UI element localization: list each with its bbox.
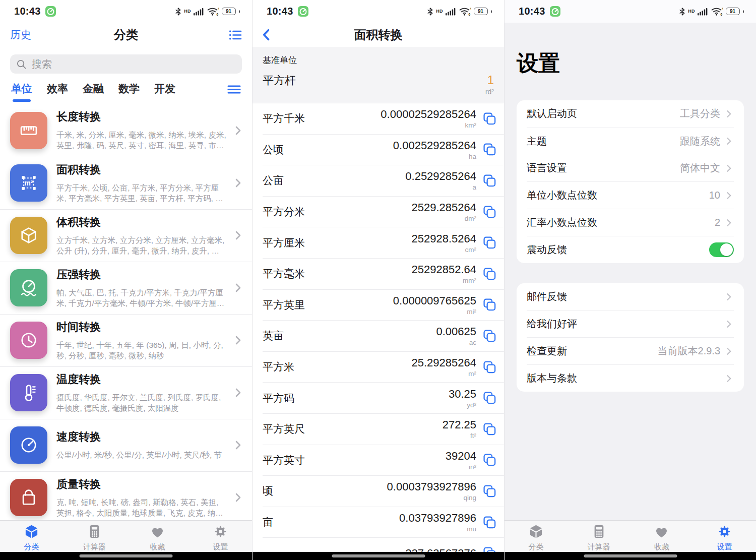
home-indicator-bar	[505, 552, 756, 560]
category-list-item[interactable]: 质量转换 克, 吨, 短吨, 长吨, 磅, 盎司, 斯勒格, 英石, 美担, 英…	[0, 471, 252, 524]
settings-row[interactable]: 版本与条款	[527, 364, 734, 392]
bluetooth-icon	[175, 7, 181, 16]
chevron-right-icon	[724, 292, 734, 302]
conversion-row[interactable]: 顷 0.0003793927896 qing	[263, 476, 504, 507]
copy-button[interactable]	[482, 142, 497, 157]
settings-row[interactable]: 震动反馈	[527, 236, 734, 263]
search-input[interactable]	[31, 58, 236, 71]
conversion-row[interactable]: 平方英尺 272.25 ft²	[263, 414, 504, 445]
conversion-row[interactable]: 公亩 0.2529285264 a	[263, 165, 504, 197]
wifi-icon: +6	[459, 7, 471, 16]
tab-4[interactable]: 开发	[154, 82, 175, 102]
copy-button[interactable]	[482, 328, 497, 344]
unit-value-group: 0.03793927896 mu	[399, 512, 476, 533]
tab-1[interactable]: 效率	[47, 82, 68, 102]
settings-row[interactable]: 邮件反馈	[527, 283, 734, 310]
category-list-item[interactable]: 压强转换 帕, 大气压, 巴, 托, 千克力/平方米, 千克力/平方厘米, 千克…	[0, 262, 252, 314]
converted-value: 25292852.64	[412, 263, 476, 276]
settings-row[interactable]: 给我们好评	[527, 310, 734, 338]
conversion-row[interactable]: 公顷 0.002529285264 ha	[263, 135, 504, 166]
unit-name: 亩	[263, 515, 399, 529]
copy-button[interactable]	[482, 173, 497, 189]
chevron-right-icon	[232, 229, 244, 241]
unit-symbol: in²	[446, 463, 476, 471]
category-units-preview: 平方千米, 公顷, 公亩, 平方米, 平方分米, 平方厘米, 平方毫米, 平方英…	[56, 183, 227, 204]
tab-收藏[interactable]: 收藏	[631, 521, 694, 552]
copy-button[interactable]	[482, 545, 497, 552]
back-chevron-icon[interactable]	[260, 28, 274, 42]
category-list-item[interactable]: 温度转换 摄氏度, 华氏度, 开尔文, 兰氏度, 列氏度, 罗氏度, 牛顿度, …	[0, 366, 252, 419]
copy-button[interactable]	[482, 421, 497, 437]
category-list-item[interactable]: 体积转换 立方千米, 立方米, 立方分米, 立方厘米, 立方毫米, 公升 (升)…	[0, 209, 252, 262]
haptic-feedback-toggle[interactable]	[709, 242, 734, 257]
category-list-item[interactable]: 速度转换 公里/小时, 米/秒, 公里/分, 英里/小时, 英尺/秒, 节	[0, 419, 252, 471]
conversion-row-partial[interactable]: 227.63567376	[263, 538, 504, 552]
tab-设置[interactable]: 设置	[189, 521, 252, 552]
tab-2[interactable]: 金融	[83, 82, 104, 102]
copy-button[interactable]	[482, 204, 497, 220]
copy-button[interactable]	[482, 515, 497, 530]
category-list-item[interactable]: 长度转换 千米, 米, 分米, 厘米, 毫米, 微米, 纳米, 埃米, 皮米, …	[0, 104, 252, 157]
category-list-item[interactable]: m² 面积转换 平方千米, 公顷, 公亩, 平方米, 平方分米, 平方厘米, 平…	[0, 157, 252, 209]
settings-group-general: 默认启动页工具分类 主题跟随系统 语言设置简体中文 单位小数点位数10 汇率小数…	[517, 100, 744, 263]
category-list-item[interactable]: 时间转换 千年, 世纪, 十年, 五年, 年 (365), 周, 日, 小时, …	[0, 314, 252, 366]
conversion-row[interactable]: 英亩 0.00625 ac	[263, 321, 504, 352]
copy-button[interactable]	[482, 266, 497, 282]
conversion-row[interactable]: 平方毫米 25292852.64 mm²	[263, 259, 504, 290]
conversion-row[interactable]: 平方英里 0.000009765625 mi²	[263, 290, 504, 321]
status-bar: 10:43 HD +6 91	[0, 0, 252, 23]
tab-计算器[interactable]: 计算器	[568, 521, 631, 552]
converted-value: 0.000009765625	[393, 294, 476, 307]
unit-name: 公亩	[263, 173, 405, 188]
unit-value-group: 2529.285264 dm²	[412, 201, 476, 222]
search-bar[interactable]	[10, 54, 242, 74]
settings-row[interactable]: 主题跟随系统	[527, 128, 734, 155]
home-indicator[interactable]	[584, 554, 677, 557]
copy-button[interactable]	[482, 111, 497, 127]
conversion-row[interactable]: 平方码 30.25 yd²	[263, 383, 504, 414]
conversion-row[interactable]: 平方千米 0.00002529285264 km²	[263, 103, 504, 135]
category-units-preview: 摄氏度, 华氏度, 开尔文, 兰氏度, 列氏度, 罗氏度, 牛顿度, 德氏度, …	[56, 393, 227, 414]
tab-收藏[interactable]: 收藏	[126, 521, 189, 552]
hamburger-menu-icon[interactable]	[227, 83, 241, 96]
chevron-right-icon	[724, 346, 734, 356]
copy-button[interactable]	[482, 452, 497, 468]
copy-button[interactable]	[482, 483, 497, 499]
category-info: 体积转换 立方千米, 立方米, 立方分米, 立方厘米, 立方毫米, 公升 (升)…	[56, 215, 227, 257]
unit-symbol: km²	[381, 121, 476, 129]
history-link[interactable]: 历史	[10, 28, 31, 42]
base-unit-value[interactable]: 1	[485, 73, 494, 87]
home-indicator[interactable]	[80, 554, 173, 557]
settings-row[interactable]: 语言设置简体中文	[527, 155, 734, 182]
clock-time: 10:43	[14, 6, 41, 17]
tab-分类[interactable]: 分类	[505, 521, 568, 552]
copy-button[interactable]	[482, 297, 497, 313]
base-unit-row[interactable]: 平方杆 1 rd²	[263, 73, 494, 96]
svg-text:+: +	[470, 7, 471, 11]
settings-row[interactable]: 单位小数点位数10	[527, 181, 734, 209]
tab-0[interactable]: 单位	[11, 82, 32, 102]
bulleted-list-icon[interactable]	[228, 28, 242, 42]
settings-row[interactable]: 默认启动页工具分类	[527, 100, 734, 128]
copy-button[interactable]	[482, 359, 497, 375]
category-title: 时间转换	[56, 320, 227, 335]
conversion-row[interactable]: 平方英寸 39204 in²	[263, 445, 504, 476]
unit-value-group: 252928.5264 cm²	[412, 232, 476, 254]
conversion-row[interactable]: 平方厘米 252928.5264 cm²	[263, 227, 504, 259]
copy-button[interactable]	[482, 390, 497, 406]
setting-value: 2	[715, 217, 720, 228]
home-indicator[interactable]	[332, 554, 425, 557]
shopping-bag-icon	[10, 479, 47, 516]
conversion-row[interactable]: 平方米 25.29285264 m²	[263, 352, 504, 383]
unit-symbol: mi²	[393, 308, 476, 316]
copy-button[interactable]	[482, 235, 497, 251]
conversion-row[interactable]: 亩 0.03793927896 mu	[263, 507, 504, 538]
settings-row[interactable]: 检查更新当前版本2.9.3	[527, 337, 734, 364]
bluetooth-icon	[679, 7, 685, 16]
tab-3[interactable]: 数学	[118, 82, 140, 102]
tab-设置[interactable]: 设置	[693, 521, 756, 552]
tab-计算器[interactable]: 计算器	[63, 521, 126, 552]
settings-row[interactable]: 汇率小数点位数2	[527, 209, 734, 236]
conversion-row[interactable]: 平方分米 2529.285264 dm²	[263, 197, 504, 228]
tab-分类[interactable]: 分类	[0, 521, 63, 552]
